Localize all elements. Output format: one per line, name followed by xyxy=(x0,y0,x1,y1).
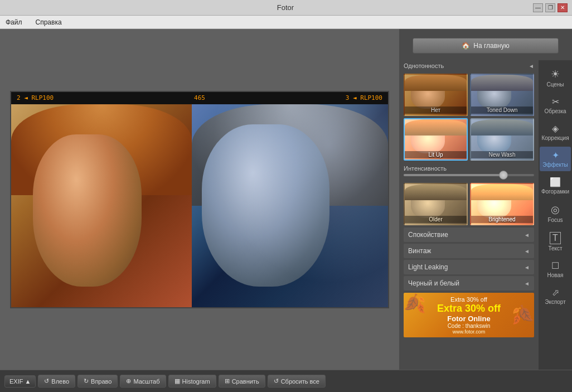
right-label: Вправо xyxy=(91,378,112,385)
text-icon: T xyxy=(550,232,561,244)
minimize-button[interactable]: — xyxy=(533,3,543,12)
histogram-label: Histogram xyxy=(182,378,210,385)
scale-icon: ⊕ xyxy=(126,378,131,385)
sidebar-item-text[interactable]: T Текст xyxy=(540,229,571,255)
focus-icon: ◎ xyxy=(551,204,560,216)
scenes-icon: ☀ xyxy=(551,68,560,80)
left-icon: ↺ xyxy=(44,378,49,385)
export-label: Экспорт xyxy=(545,299,566,305)
panel-body: Однотонность ◄ Нет xyxy=(399,60,572,370)
home-btn-wrapper: 🏠 На главную xyxy=(399,29,572,60)
section-peace-arrow: ◄ xyxy=(524,232,530,238)
menu-bar: Файл Справка xyxy=(0,16,572,29)
restore-button[interactable]: ❐ xyxy=(545,3,555,12)
sidebar-item-scenes[interactable]: ☀ Сцены xyxy=(540,65,571,91)
thumb-toned[interactable]: Toned Down xyxy=(470,74,534,116)
section-lightleaking-header[interactable]: Light Leaking ◄ xyxy=(404,260,534,274)
thumb-newwash-label: New Wash xyxy=(471,151,533,158)
ad-line2: Fotor Online xyxy=(437,314,501,323)
home-button[interactable]: 🏠 На главную xyxy=(413,38,559,54)
thumb-brightened[interactable]: Brightened xyxy=(470,183,534,225)
app-title: Fotor xyxy=(38,3,533,12)
ad-line1: Extra 30% off xyxy=(437,296,501,303)
section-vintage-header[interactable]: Винтаж ◄ xyxy=(404,244,534,258)
compare-icon: ⊞ xyxy=(225,378,230,385)
thumb-none[interactable]: Нет xyxy=(404,74,468,116)
window-controls: — ❐ ✕ xyxy=(533,3,568,12)
crop-icon: ✂ xyxy=(552,96,559,107)
menu-file[interactable]: Файл xyxy=(3,17,25,27)
section-vintage-arrow: ◄ xyxy=(524,248,530,254)
section-vintage-label: Винтаж xyxy=(408,247,431,255)
ad-discount: Extra 30% off xyxy=(437,303,501,314)
sidebar-item-correction[interactable]: ◈ Коррекция xyxy=(540,120,571,144)
section-blackwhite-label: Черный и белый xyxy=(408,279,459,287)
section-vintage: Винтаж ◄ xyxy=(404,244,534,258)
compare-label: Сравнить xyxy=(232,378,259,385)
close-button[interactable]: ✕ xyxy=(558,3,568,12)
effects-icon: ✦ xyxy=(552,150,559,161)
thumb-older[interactable]: Older xyxy=(404,183,468,225)
sidebar: ☀ Сцены ✂ Обрезка ◈ Коррекция ✦ Эффекты … xyxy=(539,60,572,370)
section-peace-header[interactable]: Спокойствие ◄ xyxy=(404,228,534,242)
face-right xyxy=(202,124,329,287)
ad-leaf-left: 🍂 xyxy=(404,293,437,326)
slider-thumb[interactable] xyxy=(499,171,508,180)
section-lightleaking: Light Leaking ◄ xyxy=(404,260,534,274)
ad-banner[interactable]: Extra 30% off Extra 30% off Fotor Online… xyxy=(404,293,534,337)
film-image-right xyxy=(192,104,388,307)
reset-label: Сбросить все xyxy=(281,378,319,385)
film-image-left xyxy=(11,104,192,307)
sidebar-item-crop[interactable]: ✂ Обрезка xyxy=(540,93,571,118)
btn-left[interactable]: ↺ Влево xyxy=(38,375,75,388)
thumb-newwash[interactable]: New Wash xyxy=(470,118,534,161)
section-blackwhite-header[interactable]: Черный и белый ◄ xyxy=(404,276,534,291)
thumb-litup[interactable]: Lit Up xyxy=(404,118,468,161)
thumb-older-label: Older xyxy=(405,216,467,223)
btn-right[interactable]: ↻ Вправо xyxy=(77,375,118,388)
film-center-label: 465 xyxy=(194,94,205,101)
sidebar-item-frames[interactable]: ⬜ Фогорамки xyxy=(540,173,571,198)
frames-label: Фогорамки xyxy=(541,188,569,195)
main-layout: 2 ◄ RLP100 465 3 ◄ RLP100 🏠 xyxy=(0,29,572,370)
face-left xyxy=(33,134,142,287)
right-panel: 🏠 На главную Однотонность ◄ xyxy=(399,29,572,370)
exif-arrow: ▲ xyxy=(25,378,31,385)
ad-content: Extra 30% off Extra 30% off Fotor Online… xyxy=(437,296,501,335)
film-header: 2 ◄ RLP100 465 3 ◄ RLP100 xyxy=(11,92,388,104)
home-label: На главную xyxy=(473,42,509,50)
intensity-slider[interactable] xyxy=(404,174,534,176)
title-bar: Fotor — ❐ ✕ xyxy=(0,0,572,16)
sidebar-item-focus[interactable]: ◎ Focus xyxy=(540,200,571,226)
exif-label: EXIF xyxy=(9,378,23,385)
intensity-row: Интенсивность xyxy=(404,163,534,181)
scale-label: Масштаб xyxy=(133,378,159,385)
bottom-toolbar: EXIF ▲ ↺ Влево ↻ Вправо ⊕ Масштаб ▦ Hist… xyxy=(0,370,572,392)
new-label: Новая xyxy=(547,272,564,278)
thumb-brightened-label: Brightened xyxy=(471,216,533,223)
effects-panel: Однотонность ◄ Нет xyxy=(399,60,539,370)
intensity-label: Интенсивность xyxy=(404,165,534,172)
btn-reset[interactable]: ↺ Сбросить все xyxy=(268,375,326,388)
btn-histogram[interactable]: ▦ Histogram xyxy=(168,375,216,388)
menu-help[interactable]: Справка xyxy=(33,17,64,27)
effects-label: Эффекты xyxy=(542,162,568,168)
sidebar-item-new[interactable]: ☐ Новая xyxy=(540,257,571,282)
section-blackwhite: Черный и белый ◄ xyxy=(404,276,534,291)
canvas-area: 2 ◄ RLP100 465 3 ◄ RLP100 xyxy=(0,29,399,370)
ad-leaf-right: 🍂 xyxy=(501,304,534,337)
section-peace: Спокойствие ◄ xyxy=(404,228,534,242)
home-icon: 🏠 xyxy=(462,42,470,50)
exif-button[interactable]: EXIF ▲ xyxy=(4,375,36,388)
thumb-toned-label: Toned Down xyxy=(471,107,533,114)
reset-icon: ↺ xyxy=(274,378,279,385)
sidebar-item-effects[interactable]: ✦ Эффекты xyxy=(540,147,571,171)
section-lightleaking-arrow: ◄ xyxy=(524,264,530,270)
section-label: Однотонность xyxy=(404,62,444,69)
film-left-label: 2 ◄ RLP100 xyxy=(17,94,54,101)
section-peace-label: Спокойствие xyxy=(408,231,448,239)
btn-scale[interactable]: ⊕ Масштаб xyxy=(120,375,166,388)
sidebar-item-export[interactable]: ⬀ Экспорт xyxy=(540,284,571,308)
btn-compare[interactable]: ⊞ Сравнить xyxy=(219,375,265,388)
focus-label: Focus xyxy=(547,217,563,223)
